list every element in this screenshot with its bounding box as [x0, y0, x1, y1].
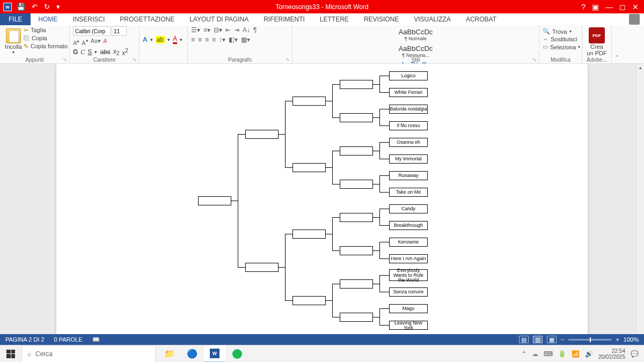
- bracket-slot[interactable]: [292, 163, 326, 172]
- tab-layout[interactable]: LAYOUT DI PAGINA: [182, 13, 256, 25]
- qat-redo-icon[interactable]: ↻: [42, 3, 52, 11]
- zoom-slider[interactable]: [568, 339, 611, 341]
- font-dialog-icon[interactable]: ⤡: [133, 57, 137, 62]
- bracket-slot[interactable]: [340, 246, 373, 255]
- italic-button[interactable]: C: [80, 48, 85, 56]
- bracket-entry[interactable]: Il filo rosso: [389, 121, 428, 130]
- font-color-button[interactable]: A: [173, 35, 177, 44]
- task-explorer-icon[interactable]: 📁: [159, 345, 180, 363]
- bracket-entry[interactable]: Breakthrough: [389, 221, 428, 230]
- proofing-icon[interactable]: 📖: [92, 336, 100, 343]
- strike-button[interactable]: abc: [100, 48, 110, 56]
- bracket-slot[interactable]: [198, 196, 231, 205]
- align-right-button[interactable]: ≡: [205, 36, 209, 43]
- bracket-slot[interactable]: [245, 130, 279, 139]
- bracket-entry[interactable]: Balorda nostalgia: [389, 105, 428, 114]
- tab-acrobat[interactable]: ACROBAT: [458, 13, 504, 25]
- bold-button[interactable]: G: [73, 48, 78, 56]
- bracket-entry[interactable]: Leaving New York: [389, 321, 428, 330]
- tray-keyboard-icon[interactable]: ⌨: [544, 350, 553, 358]
- bracket-entry[interactable]: Mago: [389, 304, 428, 313]
- paste-button[interactable]: Incolla ▾: [3, 26, 24, 55]
- read-mode-icon[interactable]: ▤: [519, 336, 529, 343]
- bracket-slot[interactable]: [340, 113, 373, 122]
- bracket-entry[interactable]: Senza rumore: [389, 287, 428, 297]
- paragraph-dialog-icon[interactable]: ⤡: [286, 57, 290, 62]
- scroll-up-icon[interactable]: ▴: [636, 64, 644, 71]
- help-icon[interactable]: ?: [581, 3, 586, 11]
- maximize-icon[interactable]: ◻: [619, 3, 626, 11]
- clipboard-dialog-icon[interactable]: ⤡: [63, 57, 67, 62]
- tray-battery-icon[interactable]: 🔋: [558, 350, 566, 358]
- user-avatar[interactable]: [629, 14, 640, 25]
- bracket-entry[interactable]: Runaway: [389, 171, 428, 180]
- tab-riferimenti[interactable]: RIFERIMENTI: [256, 13, 312, 25]
- bracket-entry[interactable]: Everybody Wants to Rule the World: [389, 269, 428, 281]
- tab-progettazione[interactable]: PROGETTAZIONE: [112, 13, 182, 25]
- shrink-font-icon[interactable]: A▾: [82, 38, 88, 46]
- web-layout-icon[interactable]: ▦: [547, 336, 557, 343]
- minimize-icon[interactable]: —: [605, 3, 613, 11]
- bracket-entry[interactable]: Here I Am Again: [389, 254, 428, 263]
- tab-lettere[interactable]: LETTERE: [312, 13, 356, 25]
- bracket-slot[interactable]: [340, 80, 373, 89]
- tray-wifi-icon[interactable]: 📶: [572, 350, 580, 358]
- copy-button[interactable]: ⿻Copia: [24, 34, 68, 42]
- bracket-entry[interactable]: Kerosene: [389, 238, 428, 247]
- superscript-button[interactable]: x2: [122, 48, 128, 57]
- start-button[interactable]: [0, 345, 21, 363]
- print-layout-icon[interactable]: ▥: [533, 336, 543, 343]
- qat-customize-icon[interactable]: ▾: [55, 3, 62, 11]
- bracket-slot[interactable]: [292, 296, 326, 305]
- bracket-slot[interactable]: [245, 263, 279, 272]
- bracket-slot[interactable]: [340, 279, 373, 289]
- font-size-input[interactable]: [112, 26, 127, 36]
- tray-chevron-icon[interactable]: ⌃: [521, 350, 526, 358]
- task-chrome-icon[interactable]: 🔵: [181, 345, 203, 363]
- grow-font-icon[interactable]: A▴: [73, 38, 79, 46]
- qat-save-icon[interactable]: 💾: [15, 3, 27, 11]
- bracket-slot[interactable]: [292, 230, 326, 239]
- tab-home[interactable]: HOME: [31, 13, 65, 25]
- bracket-slot[interactable]: [292, 97, 326, 106]
- underline-button[interactable]: S: [87, 48, 92, 56]
- bracket-entry[interactable]: Logico: [389, 71, 428, 80]
- borders-button[interactable]: ▦▾: [241, 36, 250, 43]
- tray-onedrive-icon[interactable]: ☁: [532, 350, 538, 358]
- align-left-button[interactable]: ≡: [191, 36, 195, 43]
- bracket-entry[interactable]: Take on Me: [389, 188, 428, 197]
- find-button[interactable]: 🔍Trova▾: [543, 27, 579, 35]
- styles-dialog-icon[interactable]: ⤡: [532, 57, 537, 62]
- bracket-slot[interactable]: [340, 313, 373, 322]
- task-spotify-icon[interactable]: [226, 345, 248, 363]
- clear-format-icon[interactable]: A̷: [103, 38, 107, 46]
- replace-button[interactable]: ↔Sostituisci: [543, 35, 579, 43]
- bracket-entry[interactable]: Candy: [389, 204, 428, 213]
- tab-revisione[interactable]: REVISIONE: [356, 13, 406, 25]
- multilevel-button[interactable]: ⊟▾: [214, 26, 222, 34]
- text-effects-button[interactable]: A: [143, 36, 148, 43]
- ribbon-options-icon[interactable]: ▣: [592, 3, 599, 11]
- subscript-button[interactable]: x2: [113, 48, 120, 56]
- tab-inserisci[interactable]: INSERISCI: [65, 13, 112, 25]
- task-word-icon[interactable]: w: [204, 345, 225, 363]
- line-spacing-button[interactable]: ↕▾: [219, 36, 225, 43]
- zoom-in-icon[interactable]: +: [616, 336, 619, 343]
- shading-button[interactable]: ◧▾: [229, 36, 238, 43]
- highlight-button[interactable]: ab: [156, 36, 165, 43]
- qat-undo-icon[interactable]: ↶: [30, 3, 39, 11]
- tray-notifications-icon[interactable]: 💬: [631, 350, 639, 358]
- taskbar-search[interactable]: ⌕Cerca: [21, 345, 156, 363]
- tab-file[interactable]: FILE: [0, 13, 31, 25]
- bracket-slot[interactable]: [340, 213, 373, 222]
- font-name-input[interactable]: [73, 26, 111, 36]
- format-painter-button[interactable]: ✎Copia formato: [24, 42, 68, 50]
- numbering-button[interactable]: ≡▾: [203, 26, 210, 34]
- dec-indent-button[interactable]: ⇤: [225, 26, 231, 34]
- close-icon[interactable]: ✕: [632, 3, 639, 11]
- tab-visualizza[interactable]: VISUALIZZA: [406, 13, 458, 25]
- bracket-slot[interactable]: [340, 180, 373, 189]
- collapse-ribbon-icon[interactable]: ⌃: [612, 25, 621, 63]
- page-indicator[interactable]: PAGINA 2 DI 2: [5, 336, 45, 343]
- vertical-scrollbar[interactable]: ▴: [636, 64, 644, 334]
